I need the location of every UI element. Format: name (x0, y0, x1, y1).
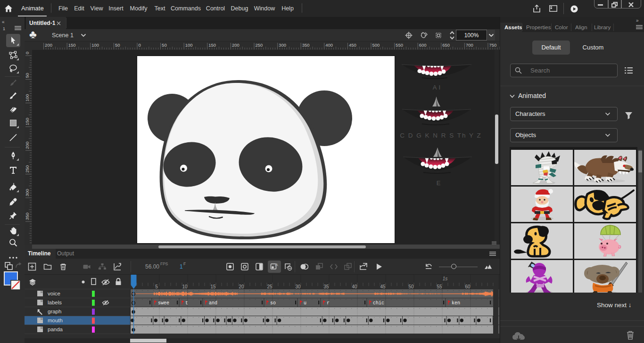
svg-text:45: 45 (380, 284, 386, 289)
svg-text:1s: 1s (443, 276, 448, 281)
svg-text:r: r (327, 301, 330, 306)
svg-text:450: 450 (349, 42, 356, 48)
svg-text:5: 5 (155, 284, 158, 289)
svg-text:650: 650 (442, 42, 450, 48)
svg-text:15: 15 (210, 284, 216, 289)
svg-text:30: 30 (295, 284, 301, 289)
svg-text:250: 250 (256, 42, 263, 48)
svg-text:35: 35 (323, 284, 329, 289)
svg-text:50: 50 (25, 73, 30, 78)
svg-text:100: 100 (25, 94, 30, 102)
svg-text:500: 500 (372, 42, 380, 48)
svg-text:700: 700 (466, 42, 473, 48)
svg-text:u: u (304, 301, 306, 306)
svg-text:750: 750 (489, 42, 497, 48)
svg-text:200: 200 (232, 42, 239, 48)
svg-text:250: 250 (25, 165, 30, 173)
svg-text:ken: ken (452, 301, 460, 306)
svg-text:20: 20 (239, 284, 244, 289)
svg-text:swee: swee (158, 301, 169, 306)
svg-text:350: 350 (25, 212, 30, 220)
svg-text:0: 0 (25, 52, 30, 54)
svg-text:150: 150 (68, 42, 76, 48)
svg-text:600: 600 (419, 42, 427, 48)
svg-text:40: 40 (352, 284, 357, 289)
svg-text:0: 0 (139, 42, 141, 48)
svg-text:A: A (275, 262, 278, 267)
svg-text:100: 100 (91, 42, 99, 48)
svg-text:150: 150 (25, 118, 30, 125)
svg-text:400: 400 (325, 42, 333, 48)
svg-text:200: 200 (25, 141, 30, 149)
svg-text:300: 300 (25, 189, 30, 196)
svg-text:10: 10 (182, 284, 188, 289)
svg-text:50: 50 (115, 42, 120, 48)
svg-text:150: 150 (208, 42, 216, 48)
svg-text:50: 50 (408, 284, 414, 289)
svg-text:chic: chic (373, 301, 384, 306)
svg-text:50: 50 (162, 42, 167, 48)
svg-text:and: and (209, 301, 217, 306)
svg-text:550: 550 (396, 42, 403, 48)
svg-text:t: t (185, 301, 188, 306)
svg-text:300: 300 (279, 42, 286, 48)
svg-text:200: 200 (45, 42, 52, 48)
svg-text:100: 100 (185, 42, 193, 48)
svg-text:25: 25 (267, 284, 272, 289)
svg-text:60: 60 (465, 284, 471, 289)
svg-text:55: 55 (437, 284, 442, 289)
svg-text:so: so (270, 301, 276, 306)
svg-text:350: 350 (302, 42, 310, 48)
